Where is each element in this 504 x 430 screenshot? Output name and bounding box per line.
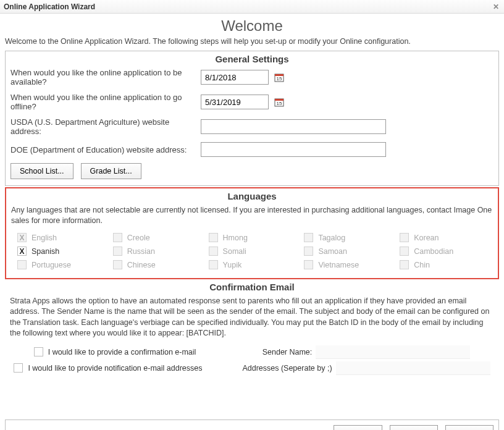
- addresses-input[interactable]: [336, 361, 490, 375]
- language-item-russian: Russian: [113, 245, 206, 258]
- calendar-icon[interactable]: 15: [274, 72, 285, 83]
- confirm-email-checkbox[interactable]: [34, 347, 43, 356]
- language-checkbox-portuguese: [17, 260, 27, 269]
- notify-email-checkbox[interactable]: [14, 363, 23, 373]
- doe-input[interactable]: [201, 142, 386, 157]
- language-item-vietnamese: Vietnamese: [304, 258, 397, 272]
- language-item-chinese: Chinese: [113, 258, 206, 272]
- addresses-label: Addresses (Seperate by ;): [242, 364, 332, 373]
- school-list-button[interactable]: School List...: [10, 163, 74, 179]
- language-label: Portuguese: [32, 261, 71, 269]
- language-checkbox-samoan: [304, 247, 313, 256]
- language-item-spanish: XSpanish: [17, 245, 111, 258]
- notify-email-label: I would like to provide notification e-m…: [28, 364, 202, 373]
- language-label: Tagalog: [318, 234, 345, 242]
- confirmation-panel: Confirmation Email Strata Apps allows th…: [5, 279, 499, 384]
- language-label: Chin: [414, 261, 430, 269]
- language-label: Cambodian: [414, 247, 453, 256]
- row-confirm-email: I would like to provide a confirmation e…: [10, 345, 494, 359]
- language-checkbox-creole: [113, 233, 122, 242]
- footer-bar: Previous Next Cancel: [5, 419, 499, 430]
- language-label: Vietnamese: [318, 261, 359, 269]
- language-checkbox-korean: [400, 233, 409, 242]
- language-checkbox-tagalog: [304, 233, 313, 242]
- language-checkbox-chinese: [113, 260, 122, 269]
- language-checkbox-somali: [209, 247, 218, 256]
- general-buttons: School List... Grade List...: [10, 163, 494, 179]
- calendar-icon[interactable]: 15: [274, 96, 285, 108]
- window-title: Online Application Wizard: [4, 2, 95, 11]
- next-button[interactable]: Next: [390, 425, 438, 430]
- language-label: Spanish: [32, 247, 59, 256]
- general-settings-title: General Settings: [10, 54, 494, 64]
- language-item-chin: Chin: [400, 258, 493, 272]
- row-available: When would you like the online applicati…: [10, 68, 494, 86]
- language-checkbox-vietnamese: [304, 260, 313, 269]
- language-label: Korean: [414, 234, 439, 242]
- svg-text:15: 15: [277, 101, 282, 106]
- language-item-portuguese: Portuguese: [17, 258, 111, 272]
- confirmation-desc: Strata Apps allows the option to have an…: [10, 296, 494, 339]
- available-date-input[interactable]: [201, 70, 269, 85]
- usda-input[interactable]: [201, 119, 386, 134]
- language-checkbox-cambodian: [400, 247, 409, 256]
- languages-panel: Languages Any languages that are not sel…: [5, 187, 499, 279]
- language-checkbox-hmong: [209, 233, 218, 242]
- language-label: Samoan: [318, 247, 347, 256]
- languages-grid: XEnglishCreoleHmongTagalogKoreanXSpanish…: [11, 231, 493, 272]
- offline-date-input[interactable]: [201, 95, 269, 109]
- svg-text:15: 15: [277, 76, 282, 82]
- language-checkbox-spanish[interactable]: X: [17, 247, 27, 256]
- cancel-button[interactable]: Cancel: [445, 425, 494, 430]
- page-intro: Welcome to the Online Application Wizard…: [5, 37, 499, 46]
- sender-name-input[interactable]: [316, 345, 470, 359]
- language-checkbox-russian: [113, 247, 122, 256]
- language-label: Creole: [127, 234, 150, 242]
- languages-title: Languages: [11, 191, 493, 201]
- label-doe: DOE (Department of Education) website ad…: [10, 145, 196, 154]
- language-label: Somali: [223, 247, 246, 256]
- language-item-yupik: Yupik: [209, 258, 302, 272]
- confirmation-title: Confirmation Email: [10, 282, 494, 292]
- label-available: When would you like the online applicati…: [10, 68, 196, 86]
- language-item-hmong: Hmong: [209, 231, 302, 245]
- language-label: Chinese: [127, 261, 156, 269]
- close-icon[interactable]: ✕: [492, 2, 500, 11]
- row-offline: When would you like the online applicati…: [10, 93, 494, 111]
- language-label: Russian: [127, 247, 155, 256]
- language-label: Hmong: [223, 234, 248, 242]
- row-usda: USDA (U.S. Department Agriculture) websi…: [10, 117, 494, 136]
- language-item-english: XEnglish: [17, 231, 111, 245]
- row-doe: DOE (Department of Education) website ad…: [10, 142, 494, 157]
- language-checkbox-chin: [400, 260, 409, 269]
- language-item-samoan: Samoan: [304, 245, 397, 258]
- row-notify-email: I would like to provide notification e-m…: [10, 361, 494, 375]
- label-usda: USDA (U.S. Department Agriculture) websi…: [10, 117, 196, 136]
- language-checkbox-english: X: [17, 233, 27, 242]
- language-item-cambodian: Cambodian: [400, 245, 493, 258]
- page-body: Welcome Welcome to the Online Applicatio…: [0, 17, 504, 430]
- languages-desc: Any languages that are not selectable ar…: [11, 205, 493, 226]
- sender-name-label: Sender Name:: [262, 348, 313, 356]
- language-item-tagalog: Tagalog: [304, 231, 397, 245]
- label-offline: When would you like the online applicati…: [10, 93, 196, 111]
- page-title: Welcome: [5, 17, 499, 35]
- language-item-somali: Somali: [209, 245, 302, 258]
- language-item-creole: Creole: [113, 231, 206, 245]
- general-settings-panel: General Settings When would you like the…: [5, 51, 499, 186]
- language-label: English: [32, 234, 57, 242]
- language-item-korean: Korean: [400, 231, 493, 245]
- previous-button[interactable]: Previous: [334, 425, 382, 430]
- confirm-email-label: I would like to provide a confirmation e…: [48, 348, 196, 356]
- language-checkbox-yupik: [209, 260, 218, 269]
- titlebar: Online Application Wizard ✕: [0, 0, 504, 14]
- grade-list-button[interactable]: Grade List...: [81, 163, 141, 179]
- language-label: Yupik: [223, 261, 242, 269]
